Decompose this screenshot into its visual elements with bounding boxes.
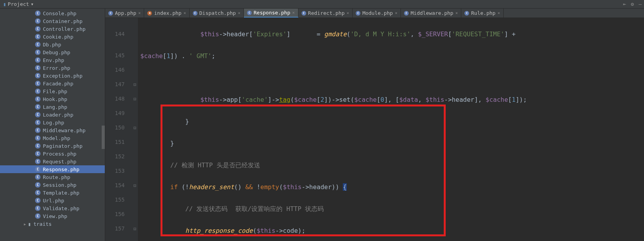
sidebar-scrollbar[interactable] bbox=[102, 126, 105, 149]
fold-toggle-icon[interactable]: ⊟ bbox=[133, 125, 136, 131]
tab-label: Response.php bbox=[254, 10, 290, 16]
php-file-icon: C bbox=[35, 57, 41, 63]
tree-file-label: Validate.php bbox=[43, 206, 79, 211]
php-file-icon: C bbox=[247, 11, 252, 15]
fold-marker bbox=[132, 48, 138, 63]
line-number: 158 bbox=[105, 236, 132, 241]
tab-label: Middleware.php bbox=[411, 10, 453, 16]
line-number: 148 bbox=[105, 92, 132, 106]
html-file-icon: H bbox=[147, 11, 152, 16]
tree-file-response-php[interactable]: CResponse.php bbox=[0, 165, 105, 173]
tab-dispatch-php[interactable]: CDispatch.php× bbox=[190, 9, 244, 18]
fold-marker[interactable]: ⊟ bbox=[132, 92, 138, 106]
tree-file-session-php[interactable]: CSession.php bbox=[0, 181, 105, 189]
tab-label: App.php bbox=[115, 10, 136, 16]
fold-marker[interactable]: ⊟ bbox=[132, 178, 138, 193]
collapse-icon[interactable]: ⇤ bbox=[621, 1, 629, 7]
fold-marker[interactable]: ⊟ bbox=[132, 77, 138, 92]
php-file-icon: C bbox=[35, 190, 41, 195]
fold-marker[interactable]: ⊟ bbox=[132, 236, 138, 241]
close-icon[interactable]: × bbox=[347, 11, 349, 16]
code-line bbox=[140, 71, 644, 85]
php-file-icon: C bbox=[35, 42, 41, 47]
fold-marker[interactable]: ⊟ bbox=[132, 120, 138, 135]
line-number: 152 bbox=[105, 149, 132, 164]
tree-file-validate-php[interactable]: CValidate.php bbox=[0, 204, 105, 212]
tab-module-php[interactable]: CModule.php× bbox=[353, 9, 401, 18]
hide-icon[interactable]: — bbox=[636, 1, 644, 7]
tree-file-label: Console.php bbox=[43, 11, 76, 16]
tree-file-facade-php[interactable]: CFacade.php bbox=[0, 80, 105, 87]
tree-file-label: Lang.php bbox=[43, 104, 67, 110]
close-icon[interactable]: × bbox=[395, 11, 397, 16]
tree-file-debug-php[interactable]: CDebug.php bbox=[0, 48, 105, 56]
tab-index-php[interactable]: Hindex.php× bbox=[144, 9, 189, 18]
tree-folder-traits[interactable]: ▸▮traits bbox=[0, 220, 105, 228]
tree-file-request-php[interactable]: CRequest.php bbox=[0, 158, 105, 165]
tree-file-lang-php[interactable]: CLang.php bbox=[0, 103, 105, 111]
tree-file-container-php[interactable]: CContainer.php bbox=[0, 17, 105, 25]
tree-file-label: Loader.php bbox=[43, 112, 73, 118]
code-line: $this->app['cache']->tag($cache[2])->set… bbox=[140, 92, 644, 107]
top-toolbar: ▮ Project ▾ ⇤ ⚙ — bbox=[0, 0, 644, 9]
tree-file-hook-php[interactable]: CHook.php bbox=[0, 95, 105, 103]
tree-file-console-php[interactable]: CConsole.php bbox=[0, 9, 105, 17]
tree-file-label: Response.php bbox=[43, 167, 79, 172]
php-file-icon: C bbox=[404, 11, 409, 16]
tree-file-cookie-php[interactable]: CCookie.php bbox=[0, 33, 105, 41]
close-icon[interactable]: × bbox=[292, 10, 295, 15]
tab-rule-php[interactable]: CRule.php× bbox=[461, 9, 503, 18]
tree-file-middleware-php[interactable]: CMiddleware.php bbox=[0, 126, 105, 134]
close-icon[interactable]: × bbox=[238, 11, 240, 16]
php-file-icon: C bbox=[35, 182, 41, 188]
fold-marker bbox=[132, 207, 138, 222]
tab-redirect-php[interactable]: CRedirect.php× bbox=[298, 9, 353, 18]
tree-file-error-php[interactable]: CError.php bbox=[0, 64, 105, 72]
tree-file-log-php[interactable]: CLog.php bbox=[0, 119, 105, 126]
php-file-icon: C bbox=[35, 174, 41, 180]
code-line: if (!headers_sent() && !empty($this->hea… bbox=[140, 180, 644, 194]
close-icon[interactable]: × bbox=[183, 11, 186, 16]
tree-file-controller-php[interactable]: CController.php bbox=[0, 25, 105, 33]
gear-icon[interactable]: ⚙ bbox=[628, 1, 636, 7]
fold-toggle-icon[interactable]: ⊟ bbox=[133, 183, 136, 188]
code-line: $this->header['Expires'] = gmdate('D, d … bbox=[140, 27, 644, 41]
tab-label: Rule.php bbox=[471, 10, 496, 16]
tree-file-url-php[interactable]: CUrl.php bbox=[0, 197, 105, 204]
chevron-down-icon: ▾ bbox=[31, 1, 34, 7]
fold-marker[interactable]: ⊟ bbox=[132, 222, 138, 236]
code-content[interactable]: $this->header['Expires'] = gmdate('D, d … bbox=[138, 18, 644, 241]
tree-file-env-php[interactable]: CEnv.php bbox=[0, 56, 105, 64]
fold-toggle-icon[interactable]: ⊟ bbox=[133, 82, 136, 87]
tree-file-route-php[interactable]: CRoute.php bbox=[0, 173, 105, 181]
tree-file-label: Cookie.php bbox=[43, 34, 73, 40]
php-file-icon: C bbox=[35, 151, 41, 156]
tree-file-paginator-php[interactable]: CPaginator.php bbox=[0, 142, 105, 150]
tree-file-template-php[interactable]: CTemplate.php bbox=[0, 189, 105, 197]
tree-file-model-php[interactable]: CModel.php bbox=[0, 134, 105, 142]
close-icon[interactable]: × bbox=[498, 11, 500, 16]
php-file-icon: C bbox=[35, 135, 41, 141]
fold-toggle-icon[interactable]: ⊟ bbox=[133, 96, 136, 102]
tree-file-label: File.php bbox=[43, 89, 67, 94]
close-icon[interactable]: × bbox=[138, 11, 141, 16]
tree-folder-label: traits bbox=[34, 221, 52, 227]
line-number: 149 bbox=[105, 106, 132, 120]
php-file-icon: C bbox=[35, 81, 41, 86]
close-icon[interactable]: × bbox=[455, 11, 458, 16]
tree-file-label: Facade.php bbox=[43, 81, 73, 87]
tree-file-exception-php[interactable]: CException.php bbox=[0, 72, 105, 80]
tree-file-process-php[interactable]: CProcess.php bbox=[0, 150, 105, 158]
php-file-icon: C bbox=[302, 11, 306, 16]
tree-file-db-php[interactable]: CDb.php bbox=[0, 41, 105, 48]
project-tree-sidebar[interactable]: CConsole.phpCContainer.phpCController.ph… bbox=[0, 9, 105, 241]
fold-toggle-icon[interactable]: ⊟ bbox=[133, 226, 136, 232]
tree-file-file-php[interactable]: CFile.php bbox=[0, 87, 105, 95]
tab-middleware-php[interactable]: CMiddleware.php× bbox=[401, 9, 461, 18]
tab-response-php[interactable]: CResponse.php× bbox=[244, 9, 298, 18]
project-dropdown[interactable]: ▮ Project ▾ bbox=[0, 1, 37, 7]
tree-file-view-php[interactable]: CView.php bbox=[0, 212, 105, 220]
code-line: // 发送状态码 获取/设置响应的 HTTP 状态码 bbox=[140, 202, 644, 216]
tab-app-php[interactable]: CApp.php× bbox=[105, 9, 144, 18]
tree-file-loader-php[interactable]: CLoader.php bbox=[0, 111, 105, 119]
